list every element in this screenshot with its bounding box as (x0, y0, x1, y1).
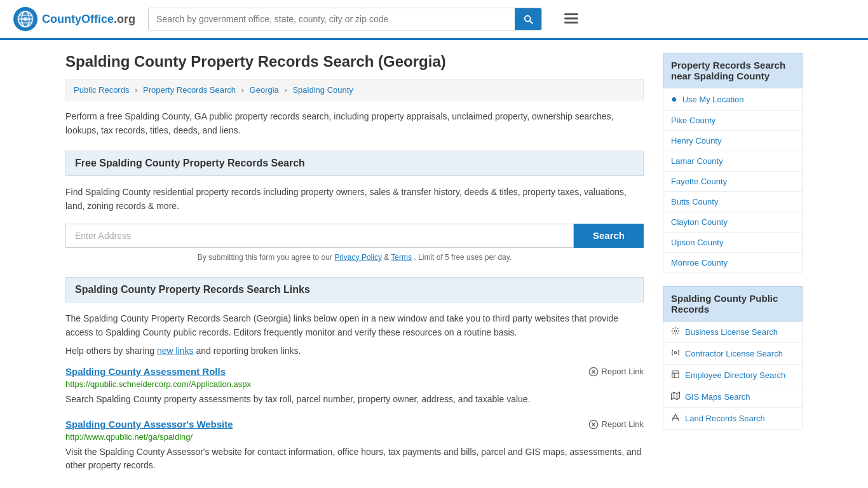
hamburger-icon (562, 10, 580, 27)
sidebar-monroe-county: Monroe County (663, 253, 802, 273)
report-icon-0 (588, 367, 599, 377)
svg-point-6 (24, 17, 27, 21)
links-section-header: Spalding County Property Records Search … (65, 277, 644, 302)
employee-directory-link[interactable]: Employee Directory Search (685, 370, 785, 380)
nearby-counties-header: Property Records Search near Spalding Co… (663, 53, 803, 88)
lamar-county-link[interactable]: Lamar County (671, 156, 723, 166)
svg-rect-9 (564, 22, 578, 24)
header-search-button[interactable] (515, 8, 541, 30)
link-card-0: Spalding County Assessment Rolls Report … (65, 366, 644, 406)
page-container: Spalding County Property Records Search … (53, 40, 815, 488)
butts-county-link[interactable]: Butts County (671, 197, 718, 207)
site-header: CountyOffice.org (0, 0, 868, 40)
links-desc: The Spalding County Property Records Sea… (65, 311, 644, 340)
logo-icon (13, 6, 38, 32)
breadcrumb-spalding-county[interactable]: Spalding County (292, 85, 353, 95)
link-card-1: Spalding County Assessor's Website Repor… (65, 419, 644, 472)
land-records-icon (671, 413, 680, 424)
sidebar-clayton-county: Clayton County (663, 212, 802, 233)
sidebar-lamar-county: Lamar County (663, 151, 802, 172)
contractor-license-icon (671, 348, 680, 359)
public-records-list: Business License Search Contractor Licen… (663, 322, 803, 430)
site-logo[interactable]: CountyOffice.org (13, 6, 135, 32)
terms-link[interactable]: Terms (391, 253, 412, 262)
svg-rect-14 (672, 371, 679, 378)
sidebar-upson-county: Upson County (663, 233, 802, 253)
sidebar-fayette-county: Fayette County (663, 172, 802, 192)
free-search-header: Free Spalding County Property Records Se… (65, 151, 644, 176)
monroe-county-link[interactable]: Monroe County (671, 258, 728, 268)
link-card-1-url: http://www.qpublic.net/ga/spalding/ (65, 432, 644, 442)
report-link-button-1[interactable]: Report Link (588, 419, 644, 430)
business-license-link[interactable]: Business License Search (685, 327, 778, 337)
svg-point-13 (674, 351, 677, 354)
intro-text: Perform a free Spalding County, GA publi… (65, 109, 644, 138)
nearby-counties-list: ● Use My Location Pike County Henry Coun… (663, 88, 803, 273)
links-section: Spalding County Property Records Search … (65, 277, 644, 473)
address-input[interactable] (65, 224, 574, 248)
link-card-0-url: https://qpublic.schneidercorp.com/Applic… (65, 379, 644, 389)
search-icon (522, 13, 534, 25)
privacy-policy-link[interactable]: Privacy Policy (334, 253, 382, 262)
sidebar-butts-county: Butts County (663, 192, 802, 212)
link-card-1-desc: Visit the Spalding County Assessor's web… (65, 445, 644, 472)
breadcrumb-public-records[interactable]: Public Records (74, 85, 129, 95)
svg-rect-7 (564, 13, 578, 15)
free-search-desc: Find Spalding County residential propert… (65, 185, 644, 214)
header-search-bar (148, 8, 542, 30)
link-card-1-header: Spalding County Assessor's Website Repor… (65, 419, 644, 430)
location-pin-icon: ● (671, 93, 677, 105)
search-button[interactable]: Search (574, 224, 644, 248)
use-my-location-link[interactable]: Use My Location (682, 95, 744, 104)
sidebar-pike-county: Pike County (663, 111, 802, 131)
sidebar: Property Records Search near Spalding Co… (663, 53, 803, 487)
link-card-0-title[interactable]: Spalding County Assessment Rolls (65, 366, 226, 377)
gis-maps-item: GIS Maps Search (663, 386, 802, 408)
public-records-header: Spalding County Public Records (663, 286, 803, 322)
contractor-license-item: Contractor License Search (663, 343, 802, 365)
business-license-icon (671, 327, 680, 337)
svg-marker-17 (672, 392, 680, 400)
new-links-link[interactable]: new links (157, 346, 194, 356)
report-icon-1 (588, 419, 599, 430)
public-records-section: Spalding County Public Records Business … (663, 286, 803, 430)
hamburger-button[interactable] (560, 7, 583, 32)
link-card-0-desc: Search Spalding County property assessme… (65, 393, 644, 406)
header-search-input[interactable] (149, 9, 515, 29)
gis-maps-link[interactable]: GIS Maps Search (685, 392, 750, 402)
contractor-license-link[interactable]: Contractor License Search (685, 349, 783, 358)
sidebar-henry-county: Henry County (663, 131, 802, 151)
gis-maps-icon (671, 391, 680, 402)
nearby-counties-section: Property Records Search near Spalding Co… (663, 53, 803, 273)
address-search-row: Search (65, 224, 644, 248)
link-card-0-header: Spalding County Assessment Rolls Report … (65, 366, 644, 377)
business-license-item: Business License Search (663, 322, 802, 343)
use-location-item: ● Use My Location (663, 88, 802, 111)
share-links-text: Help others by sharing new links and rep… (65, 346, 644, 356)
logo-text: CountyOffice.org (42, 13, 135, 26)
page-title: Spalding County Property Records Search … (65, 53, 644, 71)
land-records-item: Land Records Search (663, 408, 802, 429)
form-disclaimer: By submitting this form you agree to our… (65, 253, 644, 262)
breadcrumb-georgia[interactable]: Georgia (250, 85, 279, 95)
upson-county-link[interactable]: Upson County (671, 238, 723, 247)
breadcrumb-property-records-search[interactable]: Property Records Search (143, 85, 236, 95)
land-records-link[interactable]: Land Records Search (685, 414, 765, 423)
employee-directory-icon (671, 370, 680, 381)
breadcrumb: Public Records › Property Records Search… (65, 79, 644, 100)
main-content: Spalding County Property Records Search … (65, 53, 644, 487)
svg-point-12 (674, 330, 677, 332)
free-search-section: Free Spalding County Property Records Se… (65, 151, 644, 262)
clayton-county-link[interactable]: Clayton County (671, 217, 728, 227)
henry-county-link[interactable]: Henry County (671, 136, 721, 146)
fayette-county-link[interactable]: Fayette County (671, 177, 727, 186)
report-link-button-0[interactable]: Report Link (588, 367, 644, 377)
pike-county-link[interactable]: Pike County (671, 116, 715, 125)
svg-rect-8 (564, 17, 578, 19)
link-card-1-title[interactable]: Spalding County Assessor's Website (65, 419, 233, 430)
employee-directory-item: Employee Directory Search (663, 365, 802, 386)
